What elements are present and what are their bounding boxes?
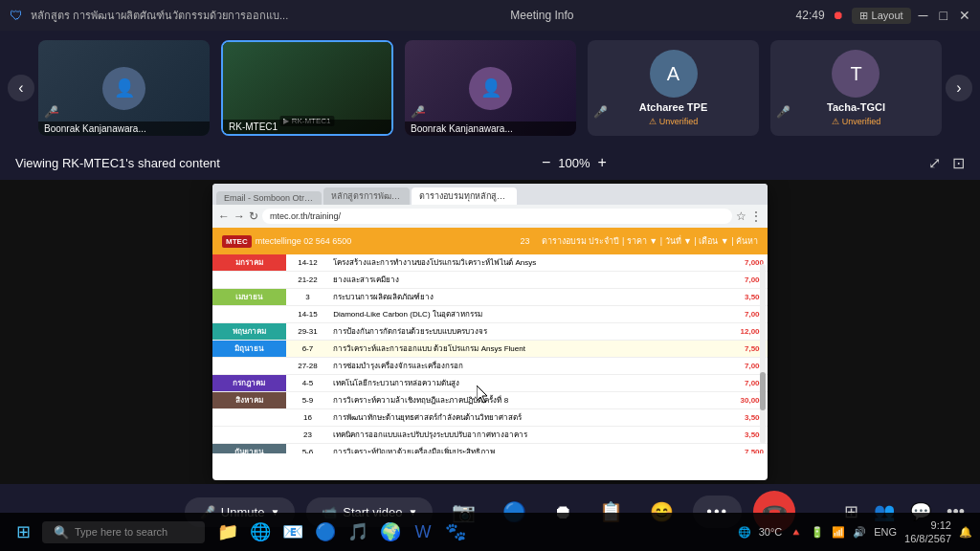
table-row: กรกฎาคม 4-5 เทคโนโลยีกระบวนการหล่อความดั… <box>212 375 768 392</box>
menu-button[interactable]: ⋮ <box>750 209 762 223</box>
date-cell: 21-22 <box>286 272 329 289</box>
zoom-controls: − 100% + <box>542 154 607 171</box>
participant-card[interactable]: 👤 Boonrak Kanjanawara... 🎤̶ <box>405 40 576 136</box>
month-cell: มิถุนายน <box>212 341 286 358</box>
bookmark-button[interactable]: ☆ <box>736 209 746 223</box>
date-cell: 23 <box>286 427 329 444</box>
temperature: 30°C <box>759 526 783 538</box>
start-button[interactable]: ⊞ <box>8 517 38 547</box>
zoom-level: 100% <box>558 156 590 170</box>
unverified-card: A Atcharee TPE ⚠ Unverified <box>639 40 708 136</box>
sound-icon: 🔊 <box>853 526 866 539</box>
browser-tab[interactable]: Email - Somboon Otravems... <box>216 191 322 205</box>
taskbar-search-box[interactable]: 🔍 Type here to search <box>42 521 205 543</box>
phone-label: mtectellinge 02 564 6500 <box>256 236 352 246</box>
date-cell: 6-7 <box>286 341 329 358</box>
month-cell <box>212 427 286 444</box>
layout-button[interactable]: ⊞ Layout <box>852 8 911 24</box>
meeting-info-button[interactable]: Meeting Info <box>510 9 573 22</box>
battery-icon: 🔋 <box>811 526 824 539</box>
month-cell <box>212 306 286 323</box>
taskbar-system-tray: 🌐 30°C 🔺 🔋 📶 🔊 ENG 9:12 16/8/2567 🔔 <box>738 518 972 546</box>
taskbar-icon-globe[interactable]: 🌍 <box>375 517 406 547</box>
month-cell <box>212 409 286 427</box>
search-icon: 🔍 <box>54 525 69 540</box>
scroll-thumb[interactable] <box>760 372 766 410</box>
date-cell: 4-5 <box>286 375 329 392</box>
nav-prev-button[interactable]: ‹ <box>8 75 34 101</box>
nav-next-button[interactable]: › <box>946 75 972 101</box>
table-row-highlight: มิถุนายน 6-7 การวิเคราะห์และการออกแบบ ด้… <box>212 341 768 358</box>
course-cell: การวิเคราะห์ความล้าเชิงทฤษฎีและภาคปฏิบัต… <box>329 392 718 409</box>
browser-window: Email - Somboon Otravems... หลักสูตรการพ… <box>212 184 768 480</box>
taskbar-icon-email[interactable]: 📧 <box>278 517 308 547</box>
refresh-button[interactable]: ↻ <box>249 209 258 223</box>
top-bar-center: Meeting Info <box>510 9 573 22</box>
network-icon: 🌐 <box>738 526 751 539</box>
participant-name-active: RK-MTEC1 <box>223 120 391 134</box>
wifi-icon: 📶 <box>832 526 845 539</box>
mtec-logo: MTEC <box>222 235 252 248</box>
course-cell: เทคนิคการออกแบบและปรับปรุงระบบปรับอากาศท… <box>329 427 718 444</box>
notifications-icon[interactable]: 🔔 <box>959 526 972 539</box>
table-row: สิงหาคม 5-9 การวิเคราะห์ความล้าเชิงทฤษฎี… <box>212 392 768 409</box>
month-cell <box>212 272 286 289</box>
fullscreen-button[interactable]: ⤢ <box>928 154 941 172</box>
month-cell: สิงหาคม <box>212 392 286 409</box>
forward-button[interactable]: → <box>234 209 245 223</box>
browser-tab[interactable]: หลักสูตรการพัฒนาผลิตภัณฑ์... <box>323 187 410 205</box>
course-cell: การวิเคราะห์ปัญหาด้วยเครื่องมือเพิ่มประส… <box>329 444 718 454</box>
course-cell: การวิเคราะห์และการออกแบบ ด้วยโปรแกรม Ans… <box>329 341 718 358</box>
mic-muted-icon: 🎤̶ <box>411 105 425 119</box>
date-cell: 5-9 <box>286 392 329 409</box>
month-cell <box>212 358 286 375</box>
table-row: กันยายน 5-6 การวิเคราะห์ปัญหาด้วยเครื่อง… <box>212 444 768 454</box>
top-bar: 🛡 หลักสูตร การพัฒนาผลิตศัณฑ์นวัตกรรมด้วย… <box>0 0 980 31</box>
participant-card-active[interactable]: ▶ RK-MTEC1 RK-MTEC1 <box>221 40 393 136</box>
course-cell: ยางและสารเคมียาง <box>329 272 718 289</box>
scrollbar[interactable] <box>760 264 766 444</box>
participant-name: Boonrak Kanjanawara... <box>38 121 210 136</box>
language: ENG <box>874 526 897 538</box>
browser-tab-active[interactable]: ตารางอบรมทุกหลักสูตร • MTEC × <box>412 187 517 205</box>
table-row: พฤษภาคม 29-31 การป้องกันการกัดกร่อนด้วยร… <box>212 323 768 341</box>
table-row: 14-15 Diamond-Like Carbon (DLC) ในอุตสาห… <box>212 306 768 323</box>
mic-muted-icon: 🎤̶ <box>44 105 58 119</box>
zoom-in-button[interactable]: + <box>598 154 607 171</box>
taskbar-icon-explorer[interactable]: 📁 <box>212 517 243 547</box>
month-cell: กรกฎาคม <box>212 375 286 392</box>
pip-button[interactable]: ⊡ <box>952 154 965 172</box>
table-row: 16 การพัฒนาทักษะด้านยุทธศาสตร์กำลังคนด้า… <box>212 409 768 427</box>
date-cell: 14-12 <box>286 254 329 272</box>
minimize-button[interactable]: ─ <box>919 8 928 23</box>
avatar: 👤 <box>102 67 145 110</box>
table-row: เมษายน 3 กระบวนการผลิตผลิตภัณฑ์ยาง 3,500 <box>212 289 768 306</box>
taskbar-icons: 📁 🌐 📧 🔵 🎵 🌍 W 🐾 <box>212 517 471 547</box>
taskbar-icon-edge[interactable]: 🌐 <box>245 517 276 547</box>
back-button[interactable]: ← <box>218 209 230 223</box>
close-button[interactable]: ✕ <box>959 8 970 23</box>
date-cell: 5-6 <box>286 444 329 454</box>
zoom-out-button[interactable]: − <box>542 154 550 171</box>
participant-card[interactable]: 👤 Boonrak Kanjanawara... 🎤̶ <box>38 40 210 136</box>
taskbar-icon-paw[interactable]: 🐾 <box>440 517 471 547</box>
taskbar-icon-blue[interactable]: 🔵 <box>310 517 341 547</box>
price-cell: 7,500 <box>718 444 768 454</box>
date-cell: 29-31 <box>286 323 329 341</box>
table-row: 27-28 การซ่อมบำรุงเครื่องจักรและเครื่องก… <box>212 358 768 375</box>
window-controls: ─ □ ✕ <box>919 8 970 23</box>
maximize-button[interactable]: □ <box>940 8 947 23</box>
table-row: มกราคม 14-12 โครงสร้างและการทำงานของโปรแ… <box>212 254 768 272</box>
training-table-container[interactable]: มกราคม 14-12 โครงสร้างและการทำงานของโปรแ… <box>212 254 768 453</box>
taskbar-icon-music[interactable]: 🎵 <box>343 517 373 547</box>
participant-card-atcharee[interactable]: A Atcharee TPE ⚠ Unverified 🎤 <box>588 40 759 136</box>
course-cell: Diamond-Like Carbon (DLC) ในอุตสาหกรรม <box>329 306 718 323</box>
unverified-badge: ⚠ Unverified <box>649 117 699 126</box>
url-bar[interactable]: mtec.or.th/training/ <box>262 209 732 224</box>
page-subtitle: 23 ตารางอบรม ประจำปี | ราคา ▼ | วันที่ ▼… <box>520 234 758 248</box>
participant-card-tacha[interactable]: T Tacha-TGCI ⚠ Unverified 🎤 <box>770 40 942 136</box>
taskbar-icon-word[interactable]: W <box>408 517 438 547</box>
table-row: 23 เทคนิคการออกแบบและปรับปรุงระบบปรับอาก… <box>212 427 768 444</box>
course-cell: การพัฒนาทักษะด้านยุทธศาสตร์กำลังคนด้านวิ… <box>329 409 718 427</box>
meeting-title: หลักสูตร การพัฒนาผลิตศัณฑ์นวัตกรรมด้วยกา… <box>31 7 288 24</box>
